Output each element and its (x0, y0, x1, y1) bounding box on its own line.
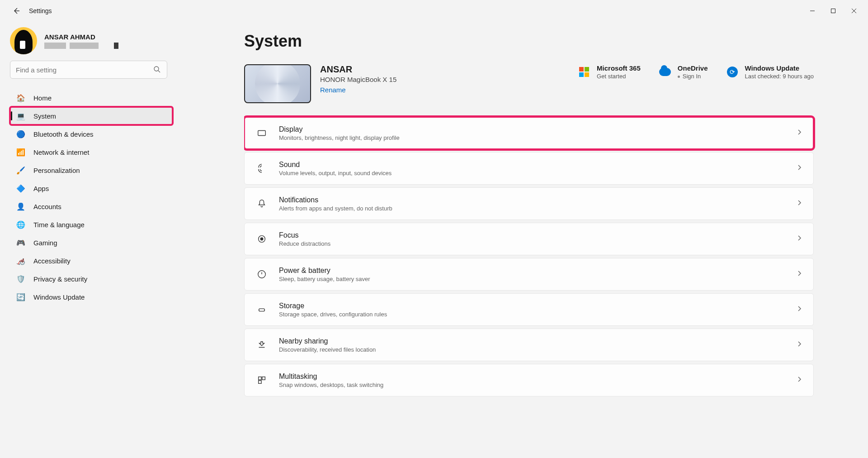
storage-icon (255, 305, 268, 315)
chevron-right-icon (796, 305, 802, 314)
nav-icon: 🔷 (16, 184, 25, 193)
display-icon (255, 128, 268, 138)
tile-sub: Sign In (678, 73, 708, 80)
tile-title: OneDrive (678, 64, 708, 72)
close-button[interactable] (844, 4, 864, 18)
maximize-button[interactable] (823, 4, 844, 18)
redacted-text (70, 43, 99, 49)
chevron-right-icon (796, 270, 802, 278)
settings-cards: DisplayMonitors, brightness, night light… (244, 117, 814, 396)
card-title: Power & battery (279, 267, 370, 275)
tile-microsoft-365[interactable]: Microsoft 365Get started (578, 64, 641, 80)
profile-email (44, 43, 118, 49)
nav-icon: 🌐 (16, 220, 25, 229)
notifications-icon (255, 199, 268, 209)
back-arrow-icon (13, 7, 20, 14)
settings-card-notifications[interactable]: NotificationsAlerts from apps and system… (244, 187, 814, 220)
profile-block[interactable]: ANSAR AHMAD (10, 27, 173, 54)
onedrive-icon (659, 66, 671, 78)
minimize-button[interactable] (802, 4, 823, 18)
device-info: ANSAR HONOR MagicBook X 15 Rename (320, 64, 396, 94)
settings-card-focus[interactable]: FocusReduce distractions (244, 223, 814, 255)
nav-icon: 💻 (16, 112, 25, 120)
svg-point-8 (260, 238, 263, 240)
card-title: Focus (279, 231, 330, 239)
device-thumbnail[interactable] (244, 64, 311, 103)
nav-icon: 🔵 (16, 130, 25, 138)
card-title: Sound (279, 161, 392, 169)
card-subtitle: Storage space, drives, configuration rul… (279, 311, 387, 318)
card-subtitle: Reduce distractions (279, 240, 330, 247)
sidebar-item-personalization[interactable]: 🖌️Personalization (10, 161, 173, 179)
sidebar-item-privacy-security[interactable]: 🛡️Privacy & security (10, 270, 173, 288)
card-subtitle: Snap windows, desktops, task switching (279, 382, 383, 388)
nav-label: Time & language (33, 221, 85, 229)
card-subtitle: Alerts from apps and system, do not dist… (279, 205, 392, 212)
device-model: HONOR MagicBook X 15 (320, 76, 396, 83)
back-button[interactable] (7, 2, 25, 20)
card-title: Storage (279, 302, 387, 310)
search-box[interactable] (10, 61, 167, 79)
chevron-right-icon (796, 164, 802, 172)
nav-label: Network & internet (33, 148, 89, 156)
settings-card-multitasking[interactable]: MultitaskingSnap windows, desktops, task… (244, 364, 814, 396)
card-subtitle: Volume levels, output, input, sound devi… (279, 170, 392, 177)
multitasking-icon (255, 375, 268, 385)
redacted-text (114, 43, 118, 49)
settings-card-storage[interactable]: StorageStorage space, drives, configurat… (244, 293, 814, 326)
search-icon (153, 66, 161, 74)
app-title: Settings (29, 7, 52, 14)
sidebar-item-accounts[interactable]: 👤Accounts (10, 197, 173, 215)
sidebar-item-time-language[interactable]: 🌐Time & language (10, 215, 173, 234)
settings-card-sound[interactable]: SoundVolume levels, output, input, sound… (244, 152, 814, 185)
tile-windows-update[interactable]: ⟳ Windows UpdateLast checked: 9 hours ag… (726, 64, 814, 80)
nav-label: Apps (33, 185, 49, 192)
nav-icon: 🏠 (16, 94, 25, 102)
nav-label: Accounts (33, 203, 61, 210)
sidebar-item-bluetooth-devices[interactable]: 🔵Bluetooth & devices (10, 125, 173, 143)
sidebar-item-windows-update[interactable]: 🔄Windows Update (10, 288, 173, 306)
card-title: Multitasking (279, 372, 383, 381)
nav-icon: 🦽 (16, 257, 25, 265)
sidebar-item-gaming[interactable]: 🎮Gaming (10, 234, 173, 252)
nav-label: System (33, 112, 56, 120)
settings-card-display[interactable]: DisplayMonitors, brightness, night light… (244, 117, 814, 149)
chevron-right-icon (796, 129, 802, 137)
nav-label: Personalization (33, 167, 80, 174)
card-subtitle: Sleep, battery usage, battery saver (279, 276, 370, 282)
svg-rect-13 (262, 377, 265, 380)
svg-rect-14 (259, 381, 261, 383)
avatar (10, 27, 37, 54)
search-input[interactable] (16, 66, 153, 74)
sidebar-item-home[interactable]: 🏠Home (10, 89, 173, 107)
page-title: System (244, 32, 856, 51)
nearby-sharing-icon (255, 340, 268, 350)
tile-sub: Get started (597, 73, 641, 80)
sidebar: ANSAR AHMAD 🏠Home💻System🔵Bluetooth & dev… (10, 27, 173, 306)
nav-list: 🏠Home💻System🔵Bluetooth & devices📶Network… (10, 89, 173, 306)
profile-name: ANSAR AHMAD (44, 33, 118, 41)
svg-point-4 (154, 67, 159, 71)
sidebar-item-network-internet[interactable]: 📶Network & internet (10, 143, 173, 161)
sidebar-item-apps[interactable]: 🔷Apps (10, 179, 173, 197)
microsoft-logo-icon (578, 66, 590, 78)
card-title: Notifications (279, 196, 392, 204)
settings-card-nearby-sharing[interactable]: Nearby sharingDiscoverability, received … (244, 329, 814, 361)
svg-rect-6 (258, 131, 266, 136)
tile-title: Windows Update (745, 64, 814, 72)
nav-label: Gaming (33, 239, 57, 247)
main-content: System ANSAR HONOR MagicBook X 15 Rename… (244, 25, 856, 458)
sound-icon (255, 163, 268, 173)
card-subtitle: Monitors, brightness, night light, displ… (279, 134, 400, 141)
rename-link[interactable]: Rename (320, 86, 346, 94)
sidebar-item-accessibility[interactable]: 🦽Accessibility (10, 252, 173, 270)
header-tiles: Microsoft 365Get started OneDriveSign In… (578, 64, 814, 80)
sidebar-item-system[interactable]: 💻System (10, 107, 173, 125)
settings-card-power-battery[interactable]: Power & batterySleep, battery usage, bat… (244, 258, 814, 291)
nav-label: Windows Update (33, 293, 85, 301)
tile-onedrive[interactable]: OneDriveSign In (659, 64, 708, 80)
power-icon (255, 269, 268, 279)
chevron-right-icon (796, 200, 802, 208)
chevron-right-icon (796, 235, 802, 243)
nav-icon: 📶 (16, 148, 25, 157)
